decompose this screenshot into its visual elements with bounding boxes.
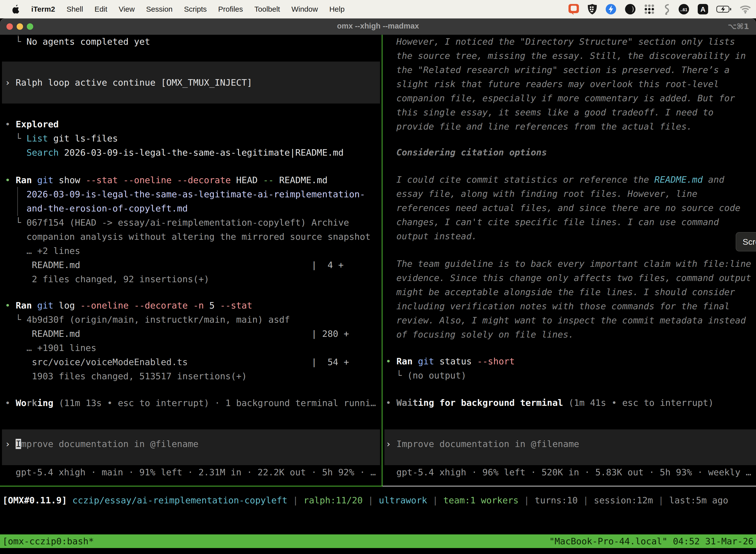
tmux-status-bar: [omx-cczip0:bash* "MacBook-Pro-44.local"… <box>0 535 756 548</box>
tmux-host-clock: "MacBook-Pro-44.local" 04:52 31-Mar-26 <box>549 536 754 546</box>
omx-status-line: [OMX#0.11.9] cczip/essay/ai-reimplementa… <box>2 493 728 507</box>
tooltip-text: Scre <box>743 237 756 247</box>
omx-status-bar: [OMX#0.11.9] cczip/essay/ai-reimplementa… <box>0 0 756 554</box>
screen: iTerm2 ShellEditViewSessionScriptsProfil… <box>0 0 756 554</box>
screen-overlay-tooltip: Scre <box>736 232 756 252</box>
tmux-session-label: [omx-cczip0:bash* <box>2 536 94 546</box>
